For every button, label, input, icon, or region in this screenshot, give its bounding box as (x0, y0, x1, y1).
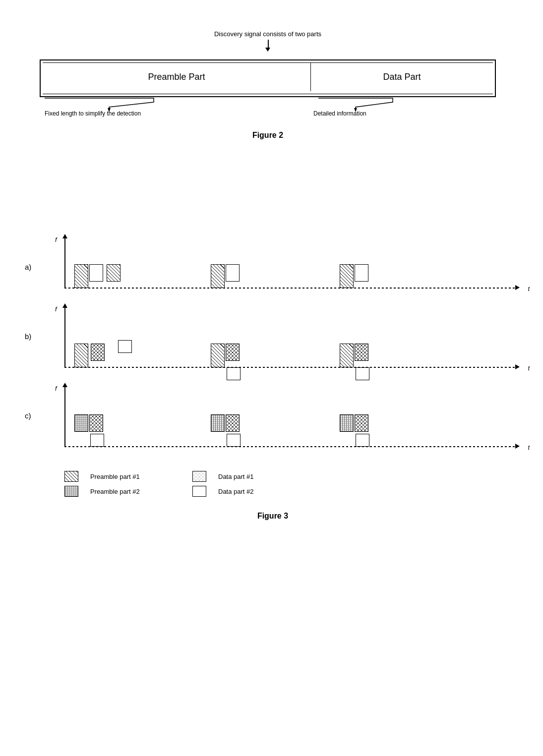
legend-preamble2-box (64, 486, 78, 497)
legend-data1-box (192, 471, 206, 482)
legend-preamble1-label: Preamble part #1 (90, 473, 184, 480)
preamble-part-label: Preamble Part (43, 63, 311, 91)
figure2-container: Discovery signal consists of two parts P… (40, 30, 496, 140)
legend-preamble1-box (64, 471, 78, 482)
data-part-label: Data Part (311, 63, 493, 91)
chart-b-f-label: f (55, 305, 57, 313)
chart-b-label: b) (25, 307, 47, 341)
chart-c: c) f t (25, 387, 521, 461)
figure3-caption: Figure 3 (25, 512, 521, 521)
chart-c-t-label: t (528, 444, 530, 451)
chart-c-label: c) (25, 387, 47, 420)
legend-data2-label: Data part #2 (218, 488, 312, 495)
figure2-caption: Figure 2 (40, 131, 496, 140)
chart-b-t-label: t (528, 364, 530, 372)
preamble-desc: Fixed length to simplify the detection (40, 110, 313, 117)
data-desc: Detailed information (313, 110, 496, 117)
legend: Preamble part #1 Data part #1 Preamble p… (64, 471, 312, 497)
chart-c-f-label: f (55, 385, 57, 392)
chart-a-label: a) (25, 238, 47, 271)
chart-a-t-label: t (528, 285, 530, 292)
legend-data1-label: Data part #1 (218, 473, 312, 480)
figure3-container: a) f t (25, 238, 521, 521)
chart-a: a) f t (25, 238, 521, 302)
discovery-label: Discovery signal consists of two parts (214, 30, 321, 38)
chart-a-f-label: f (55, 236, 57, 243)
chart-b: b) f t (25, 307, 521, 382)
legend-data2-box (192, 486, 206, 497)
legend-preamble2-label: Preamble part #2 (90, 488, 184, 495)
